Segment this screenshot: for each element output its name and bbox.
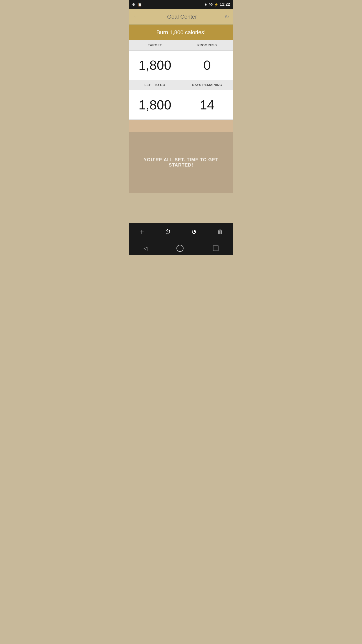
target-value: 1,800 <box>129 50 181 80</box>
progress-area <box>129 120 233 132</box>
trash-icon: 🗑 <box>217 229 223 235</box>
days-remaining-value: 14 <box>181 90 233 119</box>
status-bar-right: ✱ 4G ⚡ 11:22 <box>204 2 230 7</box>
nav-home-button[interactable] <box>176 245 184 252</box>
nav-recent-button[interactable] <box>213 246 218 251</box>
app-bar: ← Goal Center ↻ <box>129 9 233 25</box>
left-to-go-header: LEFT TO GO <box>129 80 181 90</box>
motivation-section: YOU'RE ALL SET. TIME TO GET STARTED! <box>129 132 233 193</box>
reset-button[interactable]: ↺ <box>181 228 207 236</box>
reset-icon: ↺ <box>191 228 197 236</box>
motivation-text: YOU'RE ALL SET. TIME TO GET STARTED! <box>134 157 228 168</box>
goal-banner: Burn 1,800 calories! <box>129 25 233 40</box>
back-button[interactable]: ← <box>133 13 140 21</box>
status-bar: 📋 ✱ 4G ⚡ 11:22 <box>129 0 233 9</box>
add-button[interactable]: + <box>129 228 155 236</box>
refresh-button[interactable]: ↻ <box>224 14 229 20</box>
bluetooth-icon: ✱ <box>204 3 207 7</box>
battery-icon: ⚡ <box>214 3 218 7</box>
nav-back-button[interactable]: ◁ <box>144 245 147 251</box>
target-header: TARGET <box>129 40 181 50</box>
timer-icon: ⏱ <box>165 228 171 235</box>
progress-value: 0 <box>181 50 233 80</box>
bottom-toolbar: + ⏱ ↺ 🗑 <box>129 223 233 241</box>
progress-header: PROGRESS <box>181 40 233 50</box>
signal-icon: 4G <box>209 3 213 6</box>
delete-button[interactable]: 🗑 <box>207 229 233 235</box>
gear-icon <box>132 3 135 7</box>
nav-bar: ◁ <box>129 241 233 255</box>
status-time: 11:22 <box>220 2 230 7</box>
status-bar-left: 📋 <box>132 3 142 7</box>
page-title: Goal Center <box>167 14 197 20</box>
clipboard-icon: 📋 <box>138 3 142 7</box>
goal-banner-text: Burn 1,800 calories! <box>156 29 206 35</box>
stats-grid: TARGET PROGRESS 1,800 0 LEFT TO GO DAYS … <box>129 40 233 120</box>
add-icon: + <box>140 228 144 236</box>
left-to-go-value: 1,800 <box>129 90 181 119</box>
days-remaining-header: DAYS REMAINING <box>181 80 233 90</box>
timer-button[interactable]: ⏱ <box>155 228 181 235</box>
bottom-pad-area <box>129 193 233 223</box>
